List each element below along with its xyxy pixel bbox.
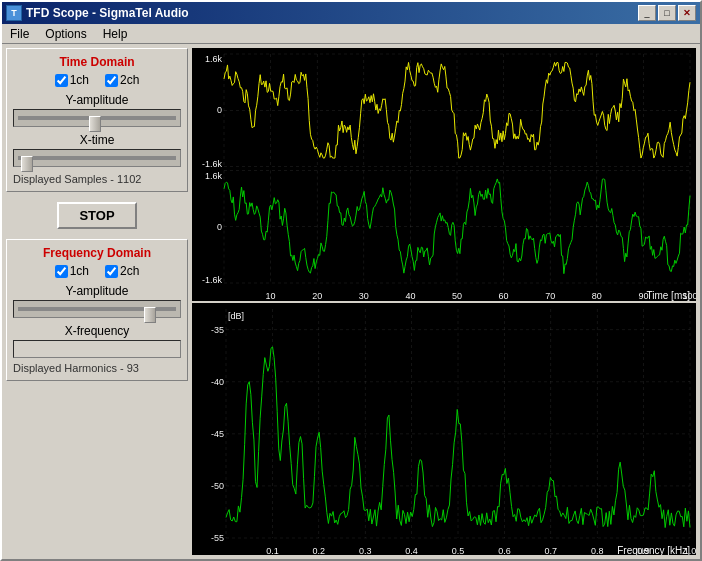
freq-ch2-label[interactable]: 2ch <box>105 264 139 278</box>
time-domain-section: Time Domain 1ch 2ch Y-amplitude <box>6 48 188 192</box>
y-amplitude-track <box>18 116 176 120</box>
title-bar: T TFD Scope - SigmaTel Audio _ □ ✕ <box>2 2 700 24</box>
freq-ch1-label[interactable]: 1ch <box>55 264 89 278</box>
freq-canvas <box>192 303 696 556</box>
freq-y-amplitude-slider[interactable] <box>13 300 181 318</box>
charts-area <box>192 44 700 559</box>
x-time-thumb[interactable] <box>21 156 33 172</box>
x-frequency-label: X-frequency <box>13 324 181 338</box>
close-button[interactable]: ✕ <box>678 5 696 21</box>
freq-domain-title: Frequency Domain <box>13 246 181 260</box>
x-frequency-box[interactable] <box>13 340 181 358</box>
maximize-button[interactable]: □ <box>658 5 676 21</box>
time-ch2-label[interactable]: 2ch <box>105 73 139 87</box>
freq-domain-channels: 1ch 2ch <box>13 264 181 278</box>
x-time-slider[interactable] <box>13 149 181 167</box>
main-content: Time Domain 1ch 2ch Y-amplitude <box>2 44 700 559</box>
time-ch1-label[interactable]: 1ch <box>55 73 89 87</box>
stop-button[interactable]: STOP <box>57 202 136 229</box>
left-panel: Time Domain 1ch 2ch Y-amplitude <box>2 44 192 559</box>
time-ch1-checkbox[interactable] <box>55 74 68 87</box>
displayed-samples: Displayed Samples - 1102 <box>13 173 181 185</box>
menu-options[interactable]: Options <box>37 25 94 43</box>
freq-y-amplitude-track <box>18 307 176 311</box>
time-canvas <box>192 48 696 301</box>
freq-y-amplitude-label: Y-amplitude <box>13 284 181 298</box>
time-domain-title: Time Domain <box>13 55 181 69</box>
menu-bar: File Options Help <box>2 24 700 44</box>
freq-ch2-checkbox[interactable] <box>105 265 118 278</box>
x-time-track <box>18 156 176 160</box>
displayed-harmonics: Displayed Harmonics - 93 <box>13 362 181 374</box>
y-amplitude-thumb[interactable] <box>89 116 101 132</box>
x-time-label: X-time <box>13 133 181 147</box>
main-window: T TFD Scope - SigmaTel Audio _ □ ✕ File … <box>0 0 702 561</box>
freq-domain-section: Frequency Domain 1ch 2ch Y-amplitude <box>6 239 188 381</box>
stop-section: STOP <box>6 196 188 235</box>
freq-y-amplitude-thumb[interactable] <box>144 307 156 323</box>
menu-help[interactable]: Help <box>95 25 136 43</box>
freq-ch1-checkbox[interactable] <box>55 265 68 278</box>
title-bar-left: T TFD Scope - SigmaTel Audio <box>6 5 189 21</box>
time-domain-channels: 1ch 2ch <box>13 73 181 87</box>
freq-domain-chart <box>192 303 696 556</box>
app-icon: T <box>6 5 22 21</box>
y-amplitude-label: Y-amplitude <box>13 93 181 107</box>
window-title: TFD Scope - SigmaTel Audio <box>26 6 189 20</box>
menu-file[interactable]: File <box>2 25 37 43</box>
minimize-button[interactable]: _ <box>638 5 656 21</box>
title-buttons: _ □ ✕ <box>638 5 696 21</box>
time-ch2-checkbox[interactable] <box>105 74 118 87</box>
y-amplitude-slider[interactable] <box>13 109 181 127</box>
time-domain-chart <box>192 48 696 301</box>
